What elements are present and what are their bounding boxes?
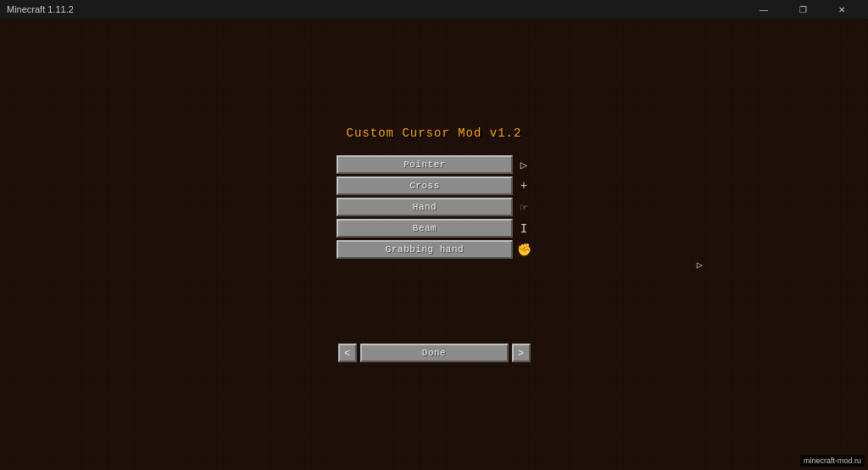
title-bar-controls: — ❐ ✕ — [744, 0, 861, 19]
prev-button[interactable]: < — [338, 344, 357, 362]
minimize-button[interactable]: — — [744, 0, 783, 19]
cursor-menu: Pointer▷Cross+Hand☞Beam𝙸Grabbing hand✊ — [337, 155, 531, 259]
cursor-button-cross[interactable]: Cross — [337, 176, 513, 195]
cursor-button-hand[interactable]: Hand — [337, 198, 513, 216]
beam-cursor-icon: 𝙸 — [516, 219, 531, 238]
main-content: Custom Cursor Mod v1.2 Pointer▷Cross+Han… — [0, 19, 868, 470]
watermark: minecraft-mod.ru — [800, 455, 865, 467]
done-button[interactable]: Done — [360, 344, 509, 362]
cursor-button-grabbing-hand[interactable]: Grabbing hand — [337, 240, 513, 259]
menu-row-beam: Beam𝙸 — [337, 219, 531, 238]
cursor-button-pointer[interactable]: Pointer — [337, 155, 513, 174]
pointer-cursor-icon: ▷ — [516, 155, 531, 174]
next-button[interactable]: > — [512, 344, 531, 362]
cross-cursor-icon: + — [516, 176, 531, 195]
title-bar: Minecraft 1.11.2 — ❐ ✕ — [0, 0, 868, 19]
menu-row-pointer: Pointer▷ — [337, 155, 531, 174]
cursor-button-beam[interactable]: Beam — [337, 219, 513, 238]
menu-row-cross: Cross+ — [337, 176, 531, 195]
mod-title: Custom Cursor Mod v1.2 — [347, 126, 522, 140]
hand-cursor-icon: ☞ — [516, 198, 531, 216]
title-bar-text: Minecraft 1.11.2 — [7, 4, 744, 14]
menu-row-hand: Hand☞ — [337, 198, 531, 216]
bottom-navigation: < Done > — [338, 344, 531, 362]
grabbing-hand-cursor-icon: ✊ — [516, 240, 531, 259]
menu-row-grabbing-hand: Grabbing hand✊ — [337, 240, 531, 259]
close-button[interactable]: ✕ — [822, 0, 861, 19]
restore-button[interactable]: ❐ — [783, 0, 822, 19]
